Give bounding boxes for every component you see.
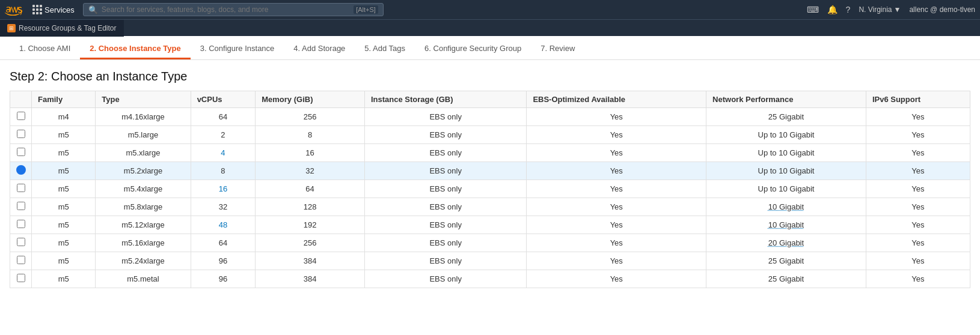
row-type: m5.8xlarge bbox=[96, 198, 191, 216]
row-select-cell[interactable] bbox=[10, 198, 32, 216]
page-title: Step 2: Choose an Instance Type bbox=[10, 70, 970, 83]
row-vcpus: 32 bbox=[191, 198, 256, 216]
row-select-cell[interactable] bbox=[10, 252, 32, 270]
row-family: m5 bbox=[32, 252, 96, 270]
user-menu[interactable]: allenc @ demo-tlven bbox=[909, 5, 975, 14]
table-row: m5m5.8xlarge32128EBS onlyYes10 GigabitYe… bbox=[10, 198, 970, 216]
row-family: m5 bbox=[32, 180, 96, 198]
row-type: m5.12xlarge bbox=[96, 216, 191, 234]
row-select-cell[interactable] bbox=[10, 216, 32, 234]
row-network: 10 Gigabit bbox=[706, 198, 866, 216]
row-family: m5 bbox=[32, 198, 96, 216]
table-row: m5m5.metal96384EBS onlyYes25 GigabitYes bbox=[10, 270, 970, 288]
row-storage: EBS only bbox=[364, 270, 526, 288]
row-ebs: Yes bbox=[527, 162, 706, 180]
terminal-icon[interactable]: ⌨ bbox=[807, 5, 819, 14]
wizard-tabs: 1. Choose AMI 2. Choose Instance Type 3.… bbox=[0, 36, 980, 60]
row-vcpus: 96 bbox=[191, 252, 256, 270]
table-row: m5m5.xlarge416EBS onlyYesUp to 10 Gigabi… bbox=[10, 144, 970, 162]
row-type: m5.xlarge bbox=[96, 144, 191, 162]
search-bar[interactable]: 🔍 [Alt+S] bbox=[83, 3, 384, 16]
tab-storage[interactable]: 4. Add Storage bbox=[284, 39, 355, 59]
services-button[interactable]: Services bbox=[29, 0, 78, 19]
row-checkbox[interactable] bbox=[17, 184, 25, 192]
row-select-cell[interactable] bbox=[10, 162, 32, 180]
row-select-cell[interactable] bbox=[10, 270, 32, 288]
bell-icon[interactable]: 🔔 bbox=[827, 5, 838, 14]
row-vcpus[interactable]: 16 bbox=[191, 180, 256, 198]
row-checkbox[interactable] bbox=[17, 256, 25, 264]
aws-logo[interactable] bbox=[5, 4, 24, 16]
page-content: Step 2: Choose an Instance Type Family T… bbox=[0, 60, 980, 298]
row-ipv6: Yes bbox=[866, 162, 970, 180]
row-memory: 256 bbox=[256, 108, 365, 126]
col-vcpus: vCPUs bbox=[191, 91, 256, 108]
instance-table: Family Type vCPUs Memory (GiB) Instance … bbox=[10, 91, 970, 288]
row-vcpus: 2 bbox=[191, 126, 256, 144]
row-storage: EBS only bbox=[364, 198, 526, 216]
row-vcpus[interactable]: 4 bbox=[191, 144, 256, 162]
row-select-cell[interactable] bbox=[10, 144, 32, 162]
row-ipv6: Yes bbox=[866, 234, 970, 252]
row-vcpus[interactable]: 48 bbox=[191, 216, 256, 234]
row-select-cell[interactable] bbox=[10, 180, 32, 198]
row-type: m4.16xlarge bbox=[96, 108, 191, 126]
row-select-cell[interactable] bbox=[10, 126, 32, 144]
tab-instance-type[interactable]: 2. Choose Instance Type bbox=[80, 39, 190, 59]
row-ebs: Yes bbox=[527, 270, 706, 288]
row-vcpus-link[interactable]: 16 bbox=[219, 184, 227, 193]
row-network: Up to 10 Gigabit bbox=[706, 126, 866, 144]
row-checkbox[interactable] bbox=[17, 238, 25, 246]
table-row: m5m5.large28EBS onlyYesUp to 10 GigabitY… bbox=[10, 126, 970, 144]
row-checkbox[interactable] bbox=[17, 112, 25, 120]
row-storage: EBS only bbox=[364, 162, 526, 180]
resource-groups-button[interactable]: ⊞ Resource Groups & Tag Editor bbox=[0, 20, 124, 37]
row-storage: EBS only bbox=[364, 252, 526, 270]
row-ebs: Yes bbox=[527, 252, 706, 270]
row-checkbox[interactable] bbox=[17, 274, 25, 282]
row-network: Up to 10 Gigabit bbox=[706, 180, 866, 198]
tab-security[interactable]: 6. Configure Security Group bbox=[415, 39, 531, 59]
row-checkbox[interactable] bbox=[17, 202, 25, 210]
row-family: m5 bbox=[32, 216, 96, 234]
region-chevron: ▼ bbox=[894, 5, 901, 14]
row-family: m5 bbox=[32, 144, 96, 162]
col-network: Network Performance bbox=[706, 91, 866, 108]
row-vcpus: 8 bbox=[191, 162, 256, 180]
col-ebs: EBS-Optimized Available bbox=[527, 91, 706, 108]
row-type: m5.16xlarge bbox=[96, 234, 191, 252]
row-vcpus-link[interactable]: 48 bbox=[219, 220, 227, 229]
row-type: m5.4xlarge bbox=[96, 180, 191, 198]
region-label: N. Virginia bbox=[859, 5, 892, 14]
row-storage: EBS only bbox=[364, 144, 526, 162]
tab-ami[interactable]: 1. Choose AMI bbox=[10, 39, 80, 59]
row-type: m5.24xlarge bbox=[96, 252, 191, 270]
row-vcpus-link[interactable]: 4 bbox=[221, 148, 225, 157]
search-input[interactable] bbox=[102, 5, 350, 14]
row-ebs: Yes bbox=[527, 216, 706, 234]
tab-tags[interactable]: 5. Add Tags bbox=[355, 39, 415, 59]
table-row: m5m5.4xlarge1664EBS onlyYesUp to 10 Giga… bbox=[10, 180, 970, 198]
nav-right: ⌨ 🔔 ? N. Virginia ▼ allenc @ demo-tlven bbox=[807, 5, 975, 14]
row-memory: 256 bbox=[256, 234, 365, 252]
col-memory: Memory (GiB) bbox=[256, 91, 365, 108]
row-storage: EBS only bbox=[364, 126, 526, 144]
col-select bbox=[10, 91, 32, 108]
row-network: 10 Gigabit bbox=[706, 216, 866, 234]
row-ebs: Yes bbox=[527, 234, 706, 252]
row-checkbox[interactable] bbox=[17, 148, 25, 156]
tab-review[interactable]: 7. Review bbox=[531, 39, 584, 59]
row-family: m5 bbox=[32, 234, 96, 252]
row-memory: 32 bbox=[256, 162, 365, 180]
region-selector[interactable]: N. Virginia ▼ bbox=[859, 5, 901, 14]
row-network: 25 Gigabit bbox=[706, 108, 866, 126]
row-checkbox[interactable] bbox=[17, 130, 25, 138]
row-select-cell[interactable] bbox=[10, 234, 32, 252]
row-select-cell[interactable] bbox=[10, 108, 32, 126]
row-ipv6: Yes bbox=[866, 108, 970, 126]
row-checkbox[interactable] bbox=[17, 220, 25, 228]
services-label: Services bbox=[44, 5, 75, 14]
tab-configure[interactable]: 3. Configure Instance bbox=[191, 39, 284, 59]
help-icon[interactable]: ? bbox=[846, 5, 851, 14]
row-memory: 8 bbox=[256, 126, 365, 144]
